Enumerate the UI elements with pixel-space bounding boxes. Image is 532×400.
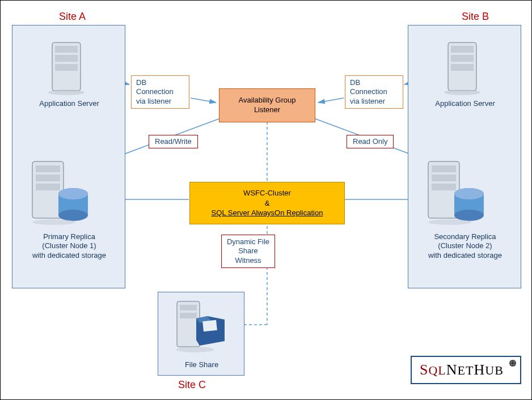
svg-rect-19 xyxy=(36,184,60,190)
read-write-label: Read/Write xyxy=(149,135,198,148)
site-a-box: Application Server Primary Replica (Clus… xyxy=(12,25,125,288)
site-a-label: Site A xyxy=(59,11,86,23)
svg-point-29 xyxy=(444,90,480,95)
wsfc-cluster-box: WSFC-Cluster & SQL Server AlwaysOn Repli… xyxy=(189,182,345,224)
primary-line2: (Cluster Node 1) xyxy=(42,241,96,250)
logo-s: S xyxy=(420,361,428,378)
secondary-replica-icon xyxy=(423,159,488,229)
app-server-b-icon xyxy=(440,37,491,99)
svg-rect-41 xyxy=(180,313,197,318)
conn-b-line1: DB Connection xyxy=(350,78,387,96)
wsfc-line1: WSFC-Cluster xyxy=(243,189,291,197)
site-c-box: File Share xyxy=(158,292,244,376)
secondary-line3: with dedicated storage xyxy=(428,251,502,259)
svg-rect-32 xyxy=(432,175,456,181)
wsfc-line3: SQL Server AlwaysOn Replication xyxy=(212,208,323,217)
conn-a-line1: DB Connection xyxy=(136,78,174,96)
svg-rect-31 xyxy=(432,165,456,172)
logo-n: N xyxy=(446,361,458,378)
secondary-line2: (Cluster Node 2) xyxy=(438,241,492,250)
svg-point-22 xyxy=(58,210,88,221)
svg-rect-17 xyxy=(36,165,60,172)
secondary-line1: Secondary Replica xyxy=(434,232,496,241)
svg-rect-18 xyxy=(36,175,60,181)
svg-rect-14 xyxy=(55,64,78,71)
svg-point-38 xyxy=(428,219,471,225)
svg-line-1 xyxy=(191,98,216,103)
ag-line2: Listener xyxy=(254,105,280,114)
site-b-box: Application Server Secondary Replica (Cl… xyxy=(408,25,521,288)
site-c-label: Site C xyxy=(178,379,206,391)
dfsw-label: Dynamic File Share Witness xyxy=(221,235,275,268)
svg-rect-40 xyxy=(180,305,197,310)
app-server-b-label: Application Server xyxy=(408,99,522,108)
logo-box: SQLNETHUB xyxy=(411,356,521,384)
svg-point-43 xyxy=(176,347,214,352)
file-share-label: File Share xyxy=(158,360,245,369)
globe-icon xyxy=(509,359,517,369)
svg-line-3 xyxy=(318,98,344,103)
primary-replica-icon xyxy=(27,159,92,229)
file-share-icon xyxy=(172,297,229,356)
secondary-replica-label: Secondary Replica (Cluster Node 2) with … xyxy=(408,232,522,260)
svg-rect-33 xyxy=(432,184,456,190)
app-server-a-label: Application Server xyxy=(12,99,126,108)
app-server-a-icon xyxy=(44,37,95,99)
dfsw-line2: Share Witness xyxy=(235,246,261,264)
logo-h: H xyxy=(474,361,485,378)
svg-point-23 xyxy=(58,188,88,199)
ag-listener-box: Availability Group Listener xyxy=(219,88,315,122)
logo-et: ET xyxy=(458,363,474,377)
conn-a-line2: via listener xyxy=(136,97,171,105)
site-b-label: Site B xyxy=(462,11,489,23)
primary-line3: with dedicated storage xyxy=(32,251,106,259)
svg-point-36 xyxy=(454,210,484,221)
db-connection-b-box: DB Connection via listener xyxy=(345,75,403,109)
conn-b-line2: via listener xyxy=(350,97,385,105)
logo-ub: UB xyxy=(485,363,504,377)
logo-ql: QL xyxy=(428,363,446,377)
svg-rect-28 xyxy=(451,64,474,71)
diagram-canvas: Site A Application Server xyxy=(0,0,532,400)
svg-point-24 xyxy=(32,219,75,225)
svg-rect-27 xyxy=(451,55,474,62)
ag-line1: Availability Group xyxy=(239,96,296,104)
svg-rect-26 xyxy=(451,46,474,53)
read-only-label: Read Only xyxy=(347,135,394,148)
svg-rect-13 xyxy=(55,55,78,62)
wsfc-line2: & xyxy=(265,199,270,207)
primary-line1: Primary Replica xyxy=(43,232,95,241)
db-connection-a-box: DB Connection via listener xyxy=(131,75,189,109)
svg-point-44 xyxy=(509,360,516,367)
dfsw-line1: Dynamic File xyxy=(227,237,269,246)
svg-rect-42 xyxy=(202,320,217,331)
primary-replica-label: Primary Replica (Cluster Node 1) with de… xyxy=(12,232,126,260)
svg-rect-12 xyxy=(55,46,78,53)
svg-point-37 xyxy=(454,188,484,199)
svg-point-15 xyxy=(48,90,85,95)
logo-text: SQLNETHUB xyxy=(420,363,504,377)
